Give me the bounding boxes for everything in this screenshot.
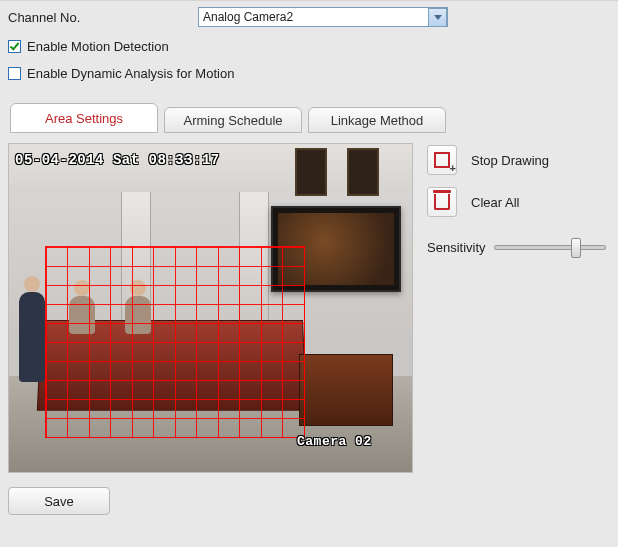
scene-cabinet xyxy=(299,354,393,426)
sensitivity-label: Sensitivity xyxy=(427,240,486,255)
tab-linkage-method[interactable]: Linkage Method xyxy=(308,107,446,133)
sensitivity-slider[interactable] xyxy=(494,239,604,255)
osd-camera-label: Camera 02 xyxy=(297,434,372,449)
clear-all-row: Clear All xyxy=(427,187,604,217)
scene-person xyxy=(125,296,151,334)
sensitivity-row: Sensitivity xyxy=(427,239,604,255)
channel-select-value: Analog Camera2 xyxy=(203,10,293,24)
scene-person xyxy=(69,296,95,334)
enable-motion-row[interactable]: Enable Motion Detection xyxy=(8,39,610,54)
scene-tv xyxy=(271,206,401,292)
tab-arming-schedule[interactable]: Arming Schedule xyxy=(164,107,302,133)
tab-bar: Area Settings Arming Schedule Linkage Me… xyxy=(8,103,610,133)
stop-drawing-row: Stop Drawing xyxy=(427,145,604,175)
slider-track xyxy=(494,245,606,250)
enable-motion-label: Enable Motion Detection xyxy=(27,39,169,54)
trash-icon xyxy=(434,194,450,210)
clear-all-label: Clear All xyxy=(471,195,519,210)
video-preview[interactable]: 05-04-2014 Sat 08:33:17 Camera 02 xyxy=(8,143,413,473)
stop-drawing-button[interactable] xyxy=(427,145,457,175)
enable-dynamic-label: Enable Dynamic Analysis for Motion xyxy=(27,66,234,81)
enable-dynamic-checkbox[interactable] xyxy=(8,67,21,80)
scene-frame xyxy=(295,148,327,196)
scene-person xyxy=(19,292,45,382)
save-button[interactable]: Save xyxy=(8,487,110,515)
enable-dynamic-row[interactable]: Enable Dynamic Analysis for Motion xyxy=(8,66,610,81)
channel-select[interactable]: Analog Camera2 xyxy=(198,7,448,27)
enable-motion-checkbox[interactable] xyxy=(8,40,21,53)
stop-drawing-label: Stop Drawing xyxy=(471,153,549,168)
channel-row: Channel No. Analog Camera2 xyxy=(8,7,610,27)
drawing-controls: Stop Drawing Clear All Sensitivity xyxy=(427,143,604,473)
tab-area-settings[interactable]: Area Settings xyxy=(10,103,158,133)
osd-timestamp: 05-04-2014 Sat 08:33:17 xyxy=(15,152,220,168)
stop-drawing-icon xyxy=(434,152,450,168)
chevron-down-icon[interactable] xyxy=(428,8,447,27)
clear-all-button[interactable] xyxy=(427,187,457,217)
area-settings-content: 05-04-2014 Sat 08:33:17 Camera 02 Stop D… xyxy=(8,143,610,473)
scene-frame xyxy=(347,148,379,196)
save-row: Save xyxy=(8,487,610,515)
channel-label: Channel No. xyxy=(8,10,198,25)
slider-thumb[interactable] xyxy=(571,238,581,258)
motion-detection-panel: Channel No. Analog Camera2 Enable Motion… xyxy=(0,0,618,547)
